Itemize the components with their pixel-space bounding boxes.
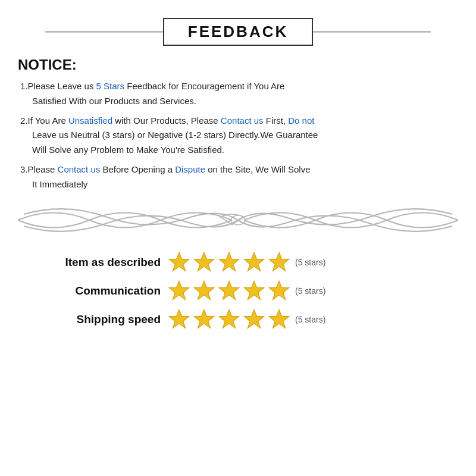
star-2-1 <box>168 280 190 302</box>
star-2-3 <box>218 280 240 302</box>
notice-2-indent: Leave us Neutral (3 stars) or Negative (… <box>20 128 458 143</box>
notice-3-indent: It Immediately <box>20 177 458 192</box>
notice-1-text2: Feedback for Encouragement if You Are <box>127 81 284 91</box>
stars-count-1: (5 stars) <box>295 258 325 267</box>
svg-marker-11 <box>169 310 189 328</box>
notice-item-3: 3.Please Contact us Before Opening a Dis… <box>18 162 458 192</box>
notice-heading: NOTICE: <box>18 57 458 73</box>
svg-marker-5 <box>269 253 289 271</box>
svg-marker-6 <box>169 281 189 300</box>
svg-marker-15 <box>269 310 289 328</box>
svg-marker-1 <box>169 253 189 271</box>
feedback-header: FEEDBACK <box>18 18 458 46</box>
notice-1-text1: 1.Please Leave us <box>20 81 96 91</box>
svg-marker-3 <box>219 253 239 271</box>
svg-marker-14 <box>244 310 264 328</box>
svg-marker-4 <box>244 253 264 271</box>
stars-group-3: (5 stars) <box>168 308 325 331</box>
rating-row-3: Shipping speed (5 stars) <box>30 308 458 331</box>
stars-group-1: (5 stars) <box>168 251 325 274</box>
svg-marker-2 <box>194 253 214 271</box>
star-2-5 <box>268 280 290 302</box>
rating-label-2: Communication <box>30 284 161 298</box>
svg-marker-7 <box>194 281 214 300</box>
page-wrapper: FEEDBACK NOTICE: 1.Please Leave us 5 Sta… <box>0 0 476 476</box>
star-1-3 <box>218 251 240 274</box>
stars-count-2: (5 stars) <box>295 286 325 296</box>
svg-marker-8 <box>219 281 239 300</box>
svg-marker-12 <box>194 310 214 328</box>
notice-2-contact: Contact us <box>221 115 264 126</box>
notice-item-2: 2.If You Are Unsatisfied with Our Produc… <box>18 114 458 158</box>
notice-3-dispute: Dispute <box>175 164 205 174</box>
stars-count-3: (5 stars) <box>295 315 325 324</box>
notice-2-text3: First, <box>264 115 289 126</box>
star-3-3 <box>218 308 240 331</box>
notice-1-stars: 5 Stars <box>96 81 127 91</box>
decorative-divider <box>18 202 458 238</box>
star-3-5 <box>268 308 290 331</box>
feedback-title: FEEDBACK <box>188 23 288 40</box>
notice-item-1: 1.Please Leave us 5 Stars Feedback for E… <box>18 79 458 109</box>
svg-marker-13 <box>219 310 239 328</box>
notice-section: NOTICE: 1.Please Leave us 5 Stars Feedba… <box>18 57 458 192</box>
star-3-4 <box>243 308 265 331</box>
star-2-4 <box>243 280 265 302</box>
ratings-section: Item as described (5 stars) <box>18 251 458 331</box>
notice-3-text2: Before Opening a <box>100 164 175 174</box>
notice-3-contact: Contact us <box>58 164 101 174</box>
star-1-1 <box>168 251 190 274</box>
star-3-2 <box>193 308 215 331</box>
feedback-title-box: FEEDBACK <box>163 18 313 46</box>
notice-2-indent2: Will Solve any Problem to Make You're Sa… <box>20 143 458 158</box>
stars-group-2: (5 stars) <box>168 280 325 302</box>
rating-label-1: Item as described <box>30 256 161 269</box>
notice-3-text1: 3.Please <box>20 164 58 174</box>
svg-marker-10 <box>269 281 289 300</box>
star-1-4 <box>243 251 265 274</box>
star-2-2 <box>193 280 215 302</box>
notice-3-text3: on the Site, We Will Solve <box>205 164 310 174</box>
svg-marker-9 <box>244 281 264 300</box>
divider-wrap <box>18 202 458 238</box>
rating-row-1: Item as described (5 stars) <box>30 251 458 274</box>
notice-1-indent: Satisfied With our Products and Services… <box>20 94 458 109</box>
star-3-1 <box>168 308 190 331</box>
star-1-2 <box>193 251 215 274</box>
rating-label-3: Shipping speed <box>30 313 161 326</box>
notice-2-text2: with Our Products, Please <box>112 115 221 126</box>
notice-2-unsatisfied: Unsatisfied <box>68 115 112 126</box>
notice-2-donot: Do not <box>288 115 314 126</box>
rating-row-2: Communication (5 stars) <box>30 280 458 302</box>
star-1-5 <box>268 251 290 274</box>
notice-2-text1: 2.If You Are <box>20 115 68 126</box>
